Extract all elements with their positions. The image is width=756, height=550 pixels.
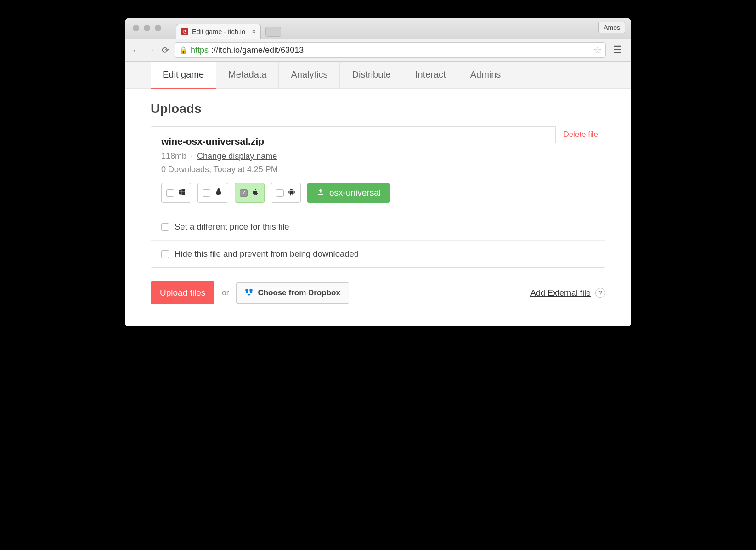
window-zoom-icon[interactable] [155,25,161,31]
delete-file-label: Delete file [563,130,598,139]
browser-window: ◔ Edit game - itch.io × Amos ← → ⟳ 🔒 htt… [125,18,631,326]
upload-body: Delete file wine-osx-universal.zip 118mb… [151,127,605,213]
channel-chip: osx-universal [307,183,390,203]
address-bar[interactable]: 🔒 https://itch.io/game/edit/63013 ☆ [175,42,606,58]
upload-files-button[interactable]: Upload files [151,281,214,304]
back-button[interactable]: ← [131,45,141,55]
content-area: Uploads Delete file wine-osx-universal.z… [125,89,631,326]
browser-toolbar: ← → ⟳ 🔒 https://itch.io/game/edit/63013 … [125,39,631,62]
checkbox-icon: ✓ [240,189,248,197]
page-tabs: Edit game Metadata Analytics Distribute … [125,62,631,89]
upload-card: Delete file wine-osx-universal.zip 118mb… [151,126,605,268]
url-rest: ://itch.io/game/edit/63013 [211,45,304,55]
delete-file-button[interactable]: Delete file [555,126,605,143]
option-label: Hide this file and prevent from being do… [175,249,359,259]
or-text: or [222,288,229,297]
tab-distribute[interactable]: Distribute [340,62,403,88]
forward-icon: → [146,45,155,56]
apple-icon [251,187,260,199]
tab-close-icon[interactable]: × [252,28,256,36]
profile-name: Amos [604,24,620,31]
platform-windows-checkbox[interactable] [161,183,191,203]
tab-analytics[interactable]: Analytics [279,62,340,88]
hamburger-icon: ☰ [613,44,622,56]
browser-tabstrip: ◔ Edit game - itch.io × Amos [125,18,631,39]
option-label: Set a different price for this file [175,222,289,232]
new-tab-button[interactable] [265,27,281,37]
dropbox-button[interactable]: Choose from Dropbox [236,282,349,304]
page: Edit game Metadata Analytics Distribute … [125,62,631,326]
actions-right: Add External file ? [530,288,605,298]
windows-icon [178,188,186,198]
checkbox-icon [161,223,169,231]
help-button[interactable]: ? [595,288,605,298]
window-close-icon[interactable] [133,25,139,31]
tab-label: Metadata [228,69,266,79]
linux-icon [214,187,223,199]
window-controls [133,25,161,31]
checkbox-icon [166,189,174,197]
change-display-name-link[interactable]: Change display name [197,152,277,161]
forward-button[interactable]: → [146,45,156,55]
tab-title: Edit game - itch.io [192,28,245,35]
upload-meta-line: 118mb · Change display name [161,152,595,161]
tab-label: Edit game [163,69,204,79]
menu-button[interactable]: ☰ [610,44,625,56]
platform-linux-checkbox[interactable] [197,183,228,203]
reload-icon: ⟳ [162,45,169,56]
option-different-price[interactable]: Set a different price for this file [151,213,605,240]
tab-label: Admins [470,69,501,79]
url-scheme: https [191,45,209,55]
platform-mac-checkbox[interactable]: ✓ [235,183,265,203]
back-icon: ← [131,45,141,56]
channel-name: osx-universal [329,188,381,198]
actions-row: Upload files or Choose from Dropbox Add … [151,281,605,304]
tab-interact[interactable]: Interact [403,62,458,88]
button-label: Choose from Dropbox [258,288,340,297]
checkbox-icon [276,189,284,197]
tab-label: Analytics [291,69,327,79]
browser-tab[interactable]: ◔ Edit game - itch.io × [176,24,261,39]
section-title: Uploads [151,101,605,116]
checkbox-icon [203,189,210,197]
help-icon: ? [598,289,602,297]
dropbox-icon [245,288,253,298]
upload-icon [316,188,325,198]
meta-separator: · [191,152,193,161]
platform-android-checkbox[interactable] [271,183,301,203]
upload-filename: wine-osx-universal.zip [161,136,595,147]
upload-size: 118mb [161,152,186,161]
upload-stats: 0 Downloads, Today at 4:25 PM [161,165,595,174]
reload-button[interactable]: ⟳ [160,45,170,55]
tab-admins[interactable]: Admins [458,62,513,88]
tab-label: Distribute [352,69,390,79]
android-icon [288,187,296,199]
bookmark-icon[interactable]: ☆ [593,45,602,56]
button-label: Upload files [160,288,205,297]
lock-icon: 🔒 [179,46,188,54]
profile-button[interactable]: Amos [598,22,625,33]
platform-row: ✓ [161,183,595,203]
tab-edit-game[interactable]: Edit game [151,62,216,89]
favicon-icon: ◔ [181,28,188,35]
tab-label: Interact [415,69,446,79]
add-external-file-link[interactable]: Add External file [530,288,591,298]
tab-metadata[interactable]: Metadata [216,62,279,88]
checkbox-icon [161,250,169,258]
window-minimize-icon[interactable] [144,25,150,31]
option-hide-file[interactable]: Hide this file and prevent from being do… [151,240,605,267]
